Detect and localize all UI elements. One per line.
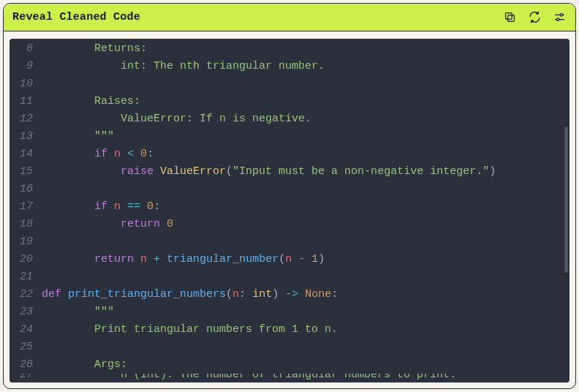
svg-rect-1 [505, 13, 512, 20]
line-content: if n < 0: [42, 146, 559, 163]
line-number: 8 [10, 40, 42, 58]
code-line: 26 Args: [10, 356, 559, 374]
line-number: 9 [10, 58, 42, 75]
code-line: 13 """ [10, 128, 559, 146]
line-number: 18 [10, 216, 42, 233]
line-number: 24 [10, 321, 42, 339]
line-content: if n == 0: [42, 198, 559, 216]
svg-point-5 [556, 18, 559, 20]
line-content: Args: [42, 356, 559, 374]
line-content: Raises: [42, 93, 559, 110]
line-number: 25 [10, 339, 42, 356]
line-number: 16 [10, 181, 42, 198]
line-content [42, 75, 559, 93]
line-number: 20 [10, 251, 42, 268]
line-number: 11 [10, 93, 42, 110]
copy-icon[interactable] [502, 10, 517, 25]
line-content: """ [42, 128, 559, 146]
code-line: 9 int: The nth triangular number. [10, 58, 559, 75]
code-line: 27 n (int): The number of triangular num… [10, 374, 559, 381]
line-number: 19 [10, 233, 42, 251]
line-content: def print_triangular_numbers(n: int) -> … [42, 286, 559, 304]
line-content [42, 339, 559, 356]
line-content [42, 181, 559, 198]
line-content: Print triangular numbers from 1 to n. [42, 321, 559, 339]
line-number: 17 [10, 198, 42, 216]
code-line: 15 raise ValueError("Input must be a non… [10, 163, 559, 181]
line-content [42, 268, 559, 286]
svg-rect-0 [507, 15, 514, 22]
refresh-icon[interactable] [527, 10, 542, 25]
svg-point-3 [560, 14, 562, 16]
line-content: """ [42, 304, 559, 321]
line-number: 10 [10, 75, 42, 93]
code-lines: 8 Returns:9 int: The nth triangular numb… [10, 40, 569, 381]
code-line: 11 Raises: [10, 93, 559, 110]
line-number: 26 [10, 356, 42, 374]
code-line: 16 [10, 181, 559, 198]
line-content [42, 233, 559, 251]
line-number: 21 [10, 268, 42, 286]
panel-header: Reveal Cleaned Code [4, 4, 575, 31]
line-content: return 0 [42, 216, 559, 233]
code-line: 23 """ [10, 304, 559, 321]
code-line: 24 Print triangular numbers from 1 to n. [10, 321, 559, 339]
panel-title: Reveal Cleaned Code [12, 11, 502, 23]
line-number: 14 [10, 146, 42, 163]
sliders-icon[interactable] [552, 10, 567, 25]
code-line: 17 if n == 0: [10, 198, 559, 216]
code-area[interactable]: 8 Returns:9 int: The nth triangular numb… [10, 39, 569, 382]
code-line: 21 [10, 268, 559, 286]
code-line: 20 return n + triangular_number(n - 1) [10, 251, 559, 268]
code-line: 18 return 0 [10, 216, 559, 233]
code-line: 22def print_triangular_numbers(n: int) -… [10, 286, 559, 304]
line-content: Returns: [42, 40, 559, 58]
line-number: 22 [10, 286, 42, 304]
line-content: raise ValueError("Input must be a non-ne… [42, 163, 559, 181]
line-content: ValueError: If n is negative. [42, 110, 559, 128]
scrollbar-thumb[interactable] [564, 127, 568, 273]
code-line: 12 ValueError: If n is negative. [10, 110, 559, 128]
code-line: 19 [10, 233, 559, 251]
line-content: return n + triangular_number(n - 1) [42, 251, 559, 268]
code-line: 10 [10, 75, 559, 93]
header-actions [502, 10, 567, 25]
code-line: 8 Returns: [10, 40, 559, 58]
code-panel: Reveal Cleaned Code [3, 3, 576, 389]
code-line: 25 [10, 339, 559, 356]
line-content: int: The nth triangular number. [42, 58, 559, 75]
code-line: 14 if n < 0: [10, 146, 559, 163]
line-number: 23 [10, 304, 42, 321]
line-number: 13 [10, 128, 42, 146]
line-number: 15 [10, 163, 42, 181]
line-number: 12 [10, 110, 42, 128]
